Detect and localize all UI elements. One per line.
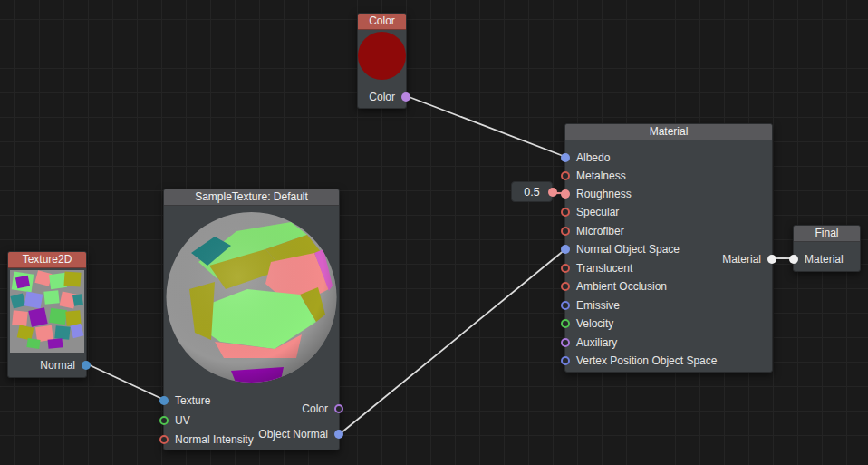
translucent-input-label: Translucent <box>576 262 632 275</box>
velocity-input-port[interactable] <box>561 319 570 328</box>
velocity-input-label: Velocity <box>576 317 613 330</box>
roughness-value-box[interactable]: 0.5 <box>511 181 553 202</box>
final-input-row: Material <box>789 251 844 267</box>
vertex-position-object-space-input-label: Vertex Position Object Space <box>576 354 717 367</box>
material-output-label: Material <box>722 253 761 266</box>
color-node[interactable]: Color Color <box>357 13 407 109</box>
node-graph-canvas[interactable]: Color Color Texture2D <box>0 0 868 465</box>
normal-map-thumbnail <box>10 270 84 353</box>
texture2d-node[interactable]: Texture2D <box>7 251 87 378</box>
material-input-row: Emissive <box>561 297 620 314</box>
sampletexture-input-row: Normal Intensity <box>159 431 254 448</box>
color-output-port[interactable] <box>401 92 410 102</box>
material-node[interactable]: Material Albedo Metalness Roughness Spec… <box>564 123 773 373</box>
color-swatch[interactable] <box>358 32 406 80</box>
material-input-row: Normal Object Space <box>561 241 680 257</box>
microfiber-input-port[interactable] <box>561 227 570 236</box>
final-node-title[interactable]: Final <box>794 226 860 242</box>
final-material-input-label: Material <box>805 253 844 266</box>
emissive-input-port[interactable] <box>561 301 570 310</box>
color-output-label: Color <box>369 91 395 103</box>
final-material-input-port[interactable] <box>789 255 798 264</box>
wire-normal-to-texture[interactable] <box>88 364 164 400</box>
uv-input-label: UV <box>175 414 190 427</box>
color-output-row: Color <box>369 89 410 105</box>
sphere-preview <box>164 206 339 385</box>
material-input-row: Translucent <box>561 260 632 276</box>
normal-intensity-input-label: Normal Intensity <box>175 433 254 446</box>
sampletexture-node[interactable]: SampleTexture: Default <box>163 189 340 450</box>
albedo-input-label: Albedo <box>576 151 610 164</box>
texture-input-port[interactable] <box>159 396 169 405</box>
sampletexture-input-row: UV <box>159 412 190 429</box>
material-input-row: Metalness <box>561 168 626 184</box>
color-node-title[interactable]: Color <box>358 14 406 30</box>
ambient-occlusion-input-label: Ambient Occlusion <box>576 280 667 293</box>
material-output-row: Material <box>722 251 776 267</box>
normal-object-space-input-port[interactable] <box>561 245 570 254</box>
texture2d-output-row: Normal <box>40 357 91 373</box>
material-output-port[interactable] <box>767 255 776 264</box>
auxiliary-input-label: Auxiliary <box>576 336 617 349</box>
metalness-input-port[interactable] <box>561 171 570 180</box>
texture2d-node-title[interactable]: Texture2D <box>8 252 86 268</box>
auxiliary-input-port[interactable] <box>561 338 570 347</box>
material-input-row: Vertex Position Object Space <box>561 353 717 369</box>
vertex-position-object-space-input-port[interactable] <box>561 356 570 365</box>
roughness-value-port[interactable] <box>548 188 557 197</box>
wire-color-to-albedo[interactable] <box>407 96 565 157</box>
translucent-input-port[interactable] <box>561 264 570 273</box>
normal-intensity-input-port[interactable] <box>159 435 169 444</box>
color-output-port[interactable] <box>334 404 343 413</box>
material-input-row: Albedo <box>561 150 610 166</box>
material-input-row: Specular <box>561 204 619 220</box>
metalness-input-label: Metalness <box>576 170 626 182</box>
object-normal-output-port[interactable] <box>334 430 343 439</box>
material-input-row: Auxiliary <box>561 334 617 351</box>
final-node[interactable]: Final Material <box>793 225 861 272</box>
sampletexture-node-title[interactable]: SampleTexture: Default <box>164 189 339 206</box>
color-output-label: Color <box>302 402 328 415</box>
specular-input-label: Specular <box>576 206 619 218</box>
material-input-row: Ambient Occlusion <box>561 278 667 295</box>
sampletexture-output-row: Color <box>302 401 343 417</box>
material-input-row: Roughness <box>561 186 632 202</box>
roughness-input-label: Roughness <box>576 188 632 200</box>
texture-input-label: Texture <box>175 394 210 407</box>
roughness-input-port[interactable] <box>561 189 570 199</box>
texture2d-output-label: Normal <box>40 359 75 372</box>
sampletexture-output-row: Object Normal <box>258 426 343 442</box>
uv-input-port[interactable] <box>159 416 169 425</box>
emissive-input-label: Emissive <box>576 299 620 312</box>
object-normal-output-label: Object Normal <box>258 428 328 441</box>
texture2d-normal-port[interactable] <box>82 361 91 370</box>
albedo-input-port[interactable] <box>561 153 570 162</box>
specular-input-port[interactable] <box>561 208 570 217</box>
ambient-occlusion-input-port[interactable] <box>561 282 570 291</box>
wire-objectnormal-to-normalobjectspace[interactable] <box>341 249 565 433</box>
microfiber-input-label: Microfiber <box>576 225 624 237</box>
roughness-value: 0.5 <box>524 186 539 199</box>
normal-object-space-input-label: Normal Object Space <box>576 243 680 256</box>
material-node-title[interactable]: Material <box>565 124 772 140</box>
material-input-row: Microfiber <box>561 223 624 239</box>
sampletexture-input-row: Texture <box>159 392 210 409</box>
material-input-row: Velocity <box>561 315 613 332</box>
